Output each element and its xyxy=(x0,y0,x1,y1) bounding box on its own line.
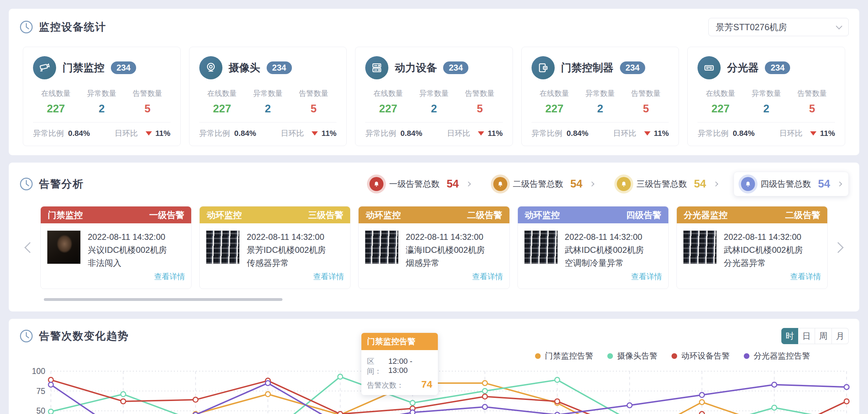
arrow-down-icon xyxy=(146,131,152,136)
day-over-day-label: 日环比 xyxy=(281,128,304,139)
clock-icon xyxy=(19,329,33,343)
abnormal-ratio-value: 0.84% xyxy=(733,129,754,138)
room-select[interactable]: 景芳STT0276机房 xyxy=(708,18,849,36)
alarm-level-badge[interactable]: 三级告警总数 54 xyxy=(610,172,724,196)
abnormal-count-label: 异常数量 xyxy=(743,88,789,98)
alarm-bell-icon xyxy=(369,177,383,191)
alarm-level-label: 二级告警总数 xyxy=(513,178,563,190)
view-details-link[interactable]: 查看详情 xyxy=(313,270,344,283)
carousel-next-button[interactable] xyxy=(828,244,849,251)
cctv-camera-icon xyxy=(33,56,56,79)
alarm-count-value: 5 xyxy=(291,103,337,115)
abnormal-ratio-value: 0.84% xyxy=(567,129,588,138)
alarm-count-label: 告警数量 xyxy=(623,88,669,98)
divider xyxy=(33,122,171,123)
abnormal-ratio-label: 异常比例 xyxy=(365,128,396,139)
alarm-level-count: 54 xyxy=(818,178,830,190)
legend-item[interactable]: 摄像头告警 xyxy=(607,350,657,361)
legend-dot-icon xyxy=(672,353,677,359)
legend-dot-icon xyxy=(607,353,613,359)
online-count-value: 227 xyxy=(199,103,245,115)
day-over-day-value: 11% xyxy=(488,129,503,138)
alarm-count-value: 5 xyxy=(457,103,503,115)
view-details-link[interactable]: 查看详情 xyxy=(154,270,185,283)
alarm-level-badge[interactable]: 二级告警总数 54 xyxy=(486,172,601,196)
tooltip-count-label: 告警次数： xyxy=(367,380,404,390)
device-stat-card: 摄像头 234 在线数量227 异常数量2 告警数量5 异常比例 0.84% 日… xyxy=(189,47,347,146)
alarm-level: 二级告警 xyxy=(785,209,820,221)
dashboard-page: 监控设备统计 景芳STT0276机房 门禁监控 234 在线数量227 异常数量… xyxy=(0,0,868,414)
alarm-count-label: 告警数量 xyxy=(457,88,503,98)
day-over-day-value: 11% xyxy=(820,129,835,138)
legend-dot-icon xyxy=(535,353,541,359)
abnormal-ratio-value: 0.84% xyxy=(400,129,422,138)
alarm-card: 动环监控 三级告警 2022-08-11 14:32:00 景芳IDC机楼002… xyxy=(199,206,350,289)
alarm-location: 武林IDC机楼002机房 xyxy=(724,243,821,256)
legend-item[interactable]: 分光器监控告警 xyxy=(744,350,810,361)
alarm-level-badge[interactable]: 四级告警总数 54 xyxy=(734,172,849,196)
alarm-reason: 非法闯入 xyxy=(88,256,185,269)
view-details-link[interactable]: 查看详情 xyxy=(631,270,662,283)
alarm-count-label: 告警数量 xyxy=(291,88,337,98)
abnormal-count-value: 2 xyxy=(743,103,789,115)
chevron-right-icon xyxy=(466,182,470,186)
device-stat-card: 分光器 234 在线数量227 异常数量2 告警数量5 异常比例 0.84% 日… xyxy=(687,47,845,146)
alarm-reason: 传感器异常 xyxy=(247,256,344,269)
abnormal-ratio-label: 异常比例 xyxy=(697,128,728,139)
alarm-bell-icon xyxy=(741,177,755,191)
legend-item[interactable]: 动环设备告警 xyxy=(672,350,730,361)
device-total-badge: 234 xyxy=(267,61,292,74)
trend-line-chart[interactable]: 02550751008:009:0010:0011:0012:0013:0014… xyxy=(29,366,849,414)
chart-tooltip: 门禁监控告警 区间： 12:00 - 13:00 告警次数： 74 xyxy=(361,333,438,395)
day-over-day-value: 11% xyxy=(321,129,336,138)
carousel-scrollbar[interactable] xyxy=(44,298,282,301)
legend-label: 动环设备告警 xyxy=(681,350,730,361)
period-button[interactable]: 周 xyxy=(815,328,832,344)
device-name: 门禁监控 xyxy=(62,61,105,75)
alarm-level-label: 四级告警总数 xyxy=(761,178,811,190)
legend-dot-icon xyxy=(744,353,749,359)
arrow-down-icon xyxy=(810,131,816,136)
alarm-level-badge[interactable]: 一级告警总数 54 xyxy=(362,172,477,196)
online-count-label: 在线数量 xyxy=(532,88,577,98)
tooltip-title: 门禁监控告警 xyxy=(361,333,438,350)
alarm-time: 2022-08-11 14:32:00 xyxy=(724,230,821,243)
device-name: 分光器 xyxy=(727,61,759,75)
access-controller-icon xyxy=(532,56,555,79)
period-button[interactable]: 月 xyxy=(832,328,849,344)
alarm-bell-icon xyxy=(493,177,507,191)
alarm-level-count: 54 xyxy=(447,178,459,190)
online-count-label: 在线数量 xyxy=(33,88,79,98)
view-details-link[interactable]: 查看详情 xyxy=(472,270,503,283)
abnormal-ratio-label: 异常比例 xyxy=(33,128,64,139)
chevron-left-icon xyxy=(24,242,35,253)
alarm-analysis-section: 告警分析 一级告警总数 54 二级告警总数 54 三级告警总数 54 四级告警总… xyxy=(9,163,859,311)
alarm-count-value: 5 xyxy=(623,103,669,115)
alarm-trend-title: 告警次数变化趋势 xyxy=(39,329,129,343)
alarm-card: 门禁监控 一级告警 2022-08-11 14:32:00 兴议IDC机楼002… xyxy=(40,206,192,289)
legend-item[interactable]: 门禁监控告警 xyxy=(535,350,593,361)
alarm-cards: 门禁监控 一级告警 2022-08-11 14:32:00 兴议IDC机楼002… xyxy=(40,206,828,289)
online-count-label: 在线数量 xyxy=(697,88,743,98)
device-stats-title: 监控设备统计 xyxy=(39,20,106,34)
alarm-location: 瀛海IDC机楼002机房 xyxy=(406,243,503,256)
alarm-card: 动环监控 二级告警 2022-08-11 14:32:00 瀛海IDC机楼002… xyxy=(358,206,509,289)
chevron-right-icon xyxy=(837,182,842,186)
svg-text:75: 75 xyxy=(36,387,45,396)
alarm-count-value: 5 xyxy=(125,103,171,115)
alarm-level-count: 54 xyxy=(694,178,706,190)
carousel-prev-button[interactable] xyxy=(19,244,40,251)
alarm-trend-section: 告警次数变化趋势 时日周月 门禁监控告警摄像头告警动环设备告警分光器监控告警 0… xyxy=(9,319,859,414)
alarm-level: 二级告警 xyxy=(467,209,502,221)
period-button[interactable]: 日 xyxy=(798,328,815,344)
day-over-day-value: 11% xyxy=(654,129,669,138)
svg-text:100: 100 xyxy=(32,367,45,376)
alarm-count-value: 5 xyxy=(789,103,835,115)
chevron-right-icon xyxy=(713,182,718,186)
period-button[interactable]: 时 xyxy=(781,328,798,344)
arrow-down-icon xyxy=(478,131,484,136)
alarm-snapshot-image xyxy=(524,230,558,264)
alarm-location: 武林IDC机楼002机房 xyxy=(565,243,662,256)
view-details-link[interactable]: 查看详情 xyxy=(790,270,821,283)
day-over-day-label: 日环比 xyxy=(613,128,636,139)
